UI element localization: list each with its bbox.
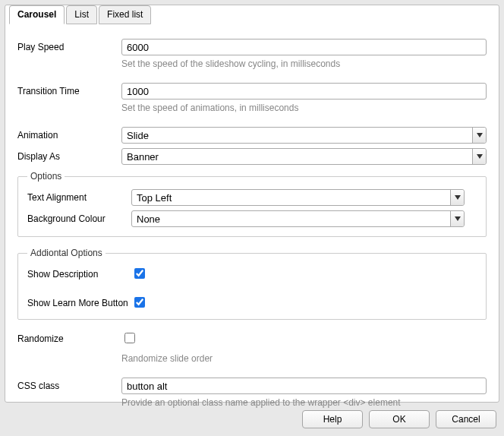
additional-options-group: Addiontal Options Show Description Show … (17, 248, 487, 320)
options-group: Options Text Alignment Top Left Backgrou… (17, 171, 487, 237)
css-class-label: CSS class (17, 378, 121, 391)
tabs-row: Carousel List Fixed list (9, 5, 153, 24)
display-as-select[interactable]: Banner (121, 148, 487, 165)
show-learn-more-label: Show Learn More Button (27, 295, 131, 308)
transition-time-input[interactable] (121, 83, 487, 100)
play-speed-input[interactable] (121, 39, 487, 55)
display-as-label: Display As (17, 148, 121, 162)
text-alignment-value: Top Left (132, 190, 450, 205)
chevron-down-icon (450, 211, 464, 226)
help-button[interactable]: Help (302, 410, 363, 428)
chevron-down-icon (472, 128, 486, 143)
randomize-checkbox[interactable] (124, 333, 135, 343)
transition-time-label: Transition Time (17, 83, 121, 96)
settings-panel: Carousel List Fixed list Play Speed Set … (5, 5, 499, 403)
tab-carousel[interactable]: Carousel (9, 5, 65, 24)
play-speed-label: Play Speed (17, 39, 121, 52)
text-alignment-select[interactable]: Top Left (131, 189, 465, 206)
options-legend: Options (27, 171, 65, 182)
background-colour-label: Background Colour (27, 210, 131, 224)
show-learn-more-checkbox[interactable] (134, 297, 145, 308)
display-as-value: Banner (122, 149, 472, 164)
css-class-input[interactable] (121, 378, 487, 394)
show-description-checkbox[interactable] (134, 268, 145, 279)
additional-options-legend: Addiontal Options (27, 248, 106, 258)
background-colour-value: None (132, 211, 450, 226)
text-alignment-label: Text Alignment (27, 189, 131, 203)
tab-list[interactable]: List (66, 5, 97, 24)
chevron-down-icon (450, 190, 464, 205)
tab-fixed-list[interactable]: Fixed list (99, 5, 151, 24)
randomize-label: Randomize (17, 330, 121, 344)
animation-value: Slide (122, 128, 472, 143)
show-description-label: Show Description (27, 266, 131, 280)
randomize-hint: Randomize slide order (121, 353, 487, 364)
background-colour-select[interactable]: None (131, 210, 465, 227)
transition-time-hint: Set the speed of animations, in millisec… (121, 103, 487, 113)
chevron-down-icon (472, 149, 486, 164)
ok-button[interactable]: OK (369, 410, 430, 428)
animation-label: Animation (17, 127, 121, 141)
dialog-button-bar: Help OK Cancel (302, 410, 496, 428)
animation-select[interactable]: Slide (121, 127, 487, 144)
cancel-button[interactable]: Cancel (436, 410, 496, 428)
play-speed-hint: Set the speed of the slideshow cycling, … (121, 58, 487, 69)
css-class-hint: Provide an optional class name applied t… (121, 397, 487, 408)
